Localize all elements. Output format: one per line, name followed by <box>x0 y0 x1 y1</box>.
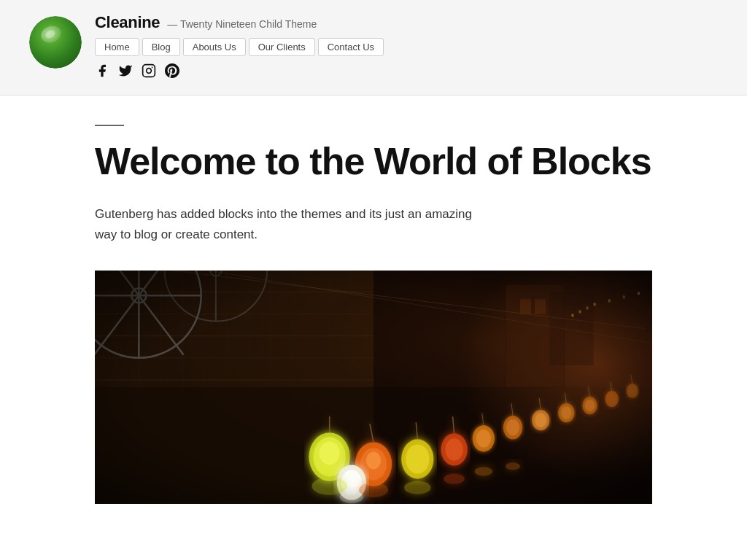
nav-item-home[interactable]: Home <box>95 38 139 56</box>
svg-rect-0 <box>143 65 155 77</box>
site-main: Welcome to the World of Blocks Gutenberg… <box>0 96 747 504</box>
svg-rect-90 <box>95 271 652 504</box>
site-branding: Cleanine — Twenty Nineteen Child Theme <box>95 13 384 32</box>
featured-image <box>95 271 652 504</box>
site-tagline: — Twenty Nineteen Child Theme <box>167 18 317 30</box>
instagram-icon[interactable] <box>142 63 156 82</box>
page-description: Gutenberg has added blocks into the them… <box>95 204 489 245</box>
facebook-icon[interactable] <box>95 63 109 82</box>
nav-item-contact[interactable]: Contact Us <box>318 38 384 56</box>
site-nav: Home Blog Abouts Us Our Clients Contact … <box>95 38 384 56</box>
section-separator <box>95 125 124 126</box>
nav-item-blog[interactable]: Blog <box>142 38 180 56</box>
social-icons <box>95 63 384 82</box>
site-name: Cleanine <box>95 13 160 32</box>
site-logo <box>29 16 82 69</box>
page-title: Welcome to the World of Blocks <box>95 141 652 182</box>
nav-item-about[interactable]: Abouts Us <box>183 38 246 56</box>
site-header: Cleanine — Twenty Nineteen Child Theme H… <box>0 0 747 96</box>
pinterest-icon[interactable] <box>165 63 179 82</box>
header-text: Cleanine — Twenty Nineteen Child Theme H… <box>95 13 384 82</box>
svg-point-1 <box>147 69 152 74</box>
nav-item-clients[interactable]: Our Clients <box>249 38 315 56</box>
svg-point-2 <box>152 67 153 69</box>
twitter-icon[interactable] <box>118 63 133 82</box>
